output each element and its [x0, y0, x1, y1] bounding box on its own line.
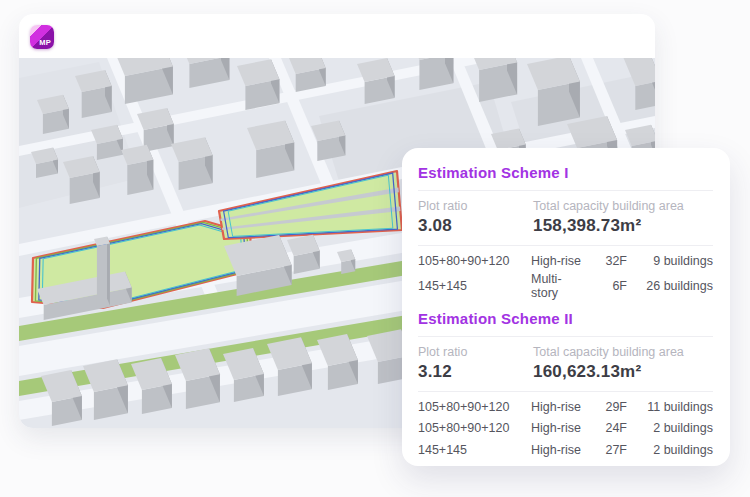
table-row: 105+80+90+120 High-rise 32F 9 buildings: [418, 250, 713, 272]
row-count: 26 buildings: [627, 279, 713, 293]
row-heights: 105+80+90+120: [418, 400, 531, 414]
capacity-area-value: 160,623.13m²: [533, 362, 713, 382]
row-count: 11 buildings: [627, 400, 713, 414]
building: [181, 58, 229, 88]
building: [247, 120, 294, 178]
capacity-area-label: Total capacity building area: [533, 199, 713, 213]
capacity-area-label: Total capacity building area: [533, 345, 713, 359]
row-heights: 105+80+90+120: [418, 421, 531, 435]
table-row: 145+145 Multi-story 6F 26 buildings: [418, 272, 713, 294]
parcel-scheme-outline-right: [219, 171, 402, 239]
row-type: High-rise: [531, 254, 585, 268]
row-heights: 145+145: [418, 443, 531, 457]
app-logo[interactable]: MP: [30, 25, 54, 49]
row-type: High-rise: [531, 421, 585, 435]
row-count: 2 buildings: [627, 421, 713, 435]
capacity-area-stat: Total capacity building area 158,398.73m…: [533, 199, 713, 236]
plot-ratio-label: Plot ratio: [418, 199, 533, 213]
scheme-2-stats: Plot ratio 3.12 Total capacity building …: [418, 337, 713, 391]
capacity-area-value: 158,398.73m²: [533, 216, 713, 236]
row-count: 9 buildings: [627, 254, 713, 268]
table-row: 145+145 High-rise 27F 2 buildings: [418, 439, 713, 461]
plot-ratio-value: 3.12: [418, 362, 533, 382]
estimation-panel: Estimation Scheme I Plot ratio 3.08 Tota…: [402, 148, 730, 466]
table-row: 105+80+90+120 High-rise 24F 2 buildings: [418, 418, 713, 440]
row-floors: 29F: [585, 400, 627, 414]
plot-ratio-stat: Plot ratio 3.12: [418, 345, 533, 382]
scheme-2-title: Estimation Scheme II: [418, 310, 713, 327]
row-floors: 24F: [585, 421, 627, 435]
app-window: MP: [0, 0, 750, 497]
app-logo-text: MP: [39, 38, 51, 47]
row-type: Multi-story: [531, 272, 585, 300]
row-type: High-rise: [531, 400, 585, 414]
plot-ratio-label: Plot ratio: [418, 345, 533, 359]
scheme-1-stats: Plot ratio 3.08 Total capacity building …: [418, 191, 713, 245]
plot-ratio-stat: Plot ratio 3.08: [418, 199, 533, 236]
building: [171, 137, 213, 190]
row-heights: 145+145: [418, 279, 531, 293]
scheme-2-rows: 105+80+90+120 High-rise 29F 11 buildings…: [418, 392, 713, 466]
plot-ratio-value: 3.08: [418, 216, 533, 236]
table-row: 105+80+90+120 High-rise 29F 11 buildings: [418, 396, 713, 418]
capacity-area-stat: Total capacity building area 160,623.13m…: [533, 345, 713, 382]
building: [289, 58, 326, 92]
row-floors: 32F: [585, 254, 627, 268]
scheme-1-title: Estimation Scheme I: [418, 164, 713, 181]
building: [224, 235, 292, 296]
row-floors: 27F: [585, 443, 627, 457]
row-heights: 105+80+90+120: [418, 254, 531, 268]
scheme-1-rows: 105+80+90+120 High-rise 32F 9 buildings …: [418, 246, 713, 298]
row-floors: 6F: [585, 279, 627, 293]
row-count: 2 buildings: [627, 443, 713, 457]
card-header: MP: [19, 14, 655, 58]
row-type: High-rise: [531, 443, 585, 457]
